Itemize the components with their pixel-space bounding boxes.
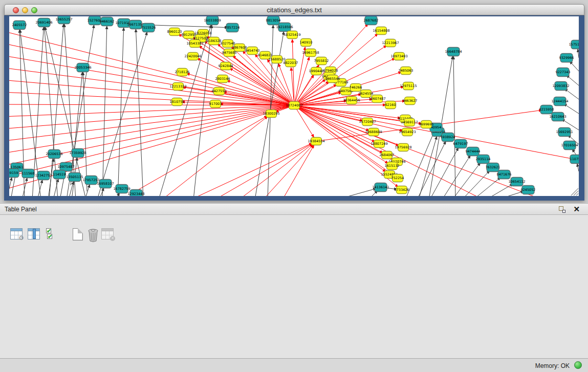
graph-edge[interactable] xyxy=(158,117,268,196)
table-panel-header: Table Panel ✕ xyxy=(0,203,588,215)
graph-node-label: 12213323 xyxy=(169,84,186,89)
cytoscape-desktop: { "window": { "title": "citations_edges.… xyxy=(0,0,588,372)
graph-edge[interactable] xyxy=(473,178,500,196)
graph-node-label: 8822037 xyxy=(284,61,298,65)
graph-node-label: 18807249 xyxy=(371,142,387,146)
graph-node-label: 8454743 xyxy=(245,49,260,53)
graph-node-label: 9699695 xyxy=(419,122,434,126)
graph-node-label: 7632621 xyxy=(486,165,500,169)
graph-node-label: 7857224 xyxy=(225,26,240,30)
graph-edge[interactable] xyxy=(83,72,87,191)
graph-edge[interactable] xyxy=(280,145,314,196)
graph-node-label: 12975115 xyxy=(400,84,417,88)
graph-node-label: 19756928 xyxy=(395,145,411,149)
graph-node-label: 111568 xyxy=(22,171,35,176)
graph-node-label: 16961758 xyxy=(302,51,319,55)
graph-edge[interactable] xyxy=(564,89,579,99)
graph-node-label: 16782759 xyxy=(113,187,130,191)
graph-node-label: 9466162 xyxy=(100,19,115,24)
graph-edge[interactable] xyxy=(578,49,579,58)
graph-node-label: 2405572 xyxy=(12,23,27,27)
graph-edge[interactable] xyxy=(294,105,386,172)
graph-node-label: 17359928 xyxy=(69,151,86,155)
graph-node-label: 15692951 xyxy=(556,130,573,134)
memory-status-label: Memory: OK xyxy=(535,362,570,369)
checkbox-icon: ✔ xyxy=(47,234,52,239)
graph-node-label: 7515526 xyxy=(141,26,156,30)
graph-node-label: 1733426 xyxy=(395,188,409,192)
graph-edge[interactable] xyxy=(183,143,312,196)
graph-node-label: 19654923 xyxy=(399,130,416,134)
graph-node-label: 13505135 xyxy=(66,175,83,179)
graph-edge[interactable] xyxy=(9,55,294,105)
delete-columns-button[interactable] xyxy=(87,228,101,243)
graph-node-label: 746266 xyxy=(350,85,362,90)
graph-edge[interactable] xyxy=(453,56,455,196)
graph-node-label: 62160 xyxy=(385,103,396,107)
show-columns-button[interactable] xyxy=(28,228,42,243)
resize-grip-icon[interactable] xyxy=(571,188,578,195)
graph-edge[interactable] xyxy=(294,81,329,105)
graph-edge[interactable] xyxy=(136,29,143,196)
graph-edge[interactable] xyxy=(577,164,579,171)
new-document-icon xyxy=(73,228,83,240)
graph-node-label: 16033809 xyxy=(204,18,221,23)
graph-node-label: 12093832 xyxy=(552,84,569,88)
network-canvas[interactable]: 2405572206914061065525715276029466162107… xyxy=(9,16,579,196)
graph-edge[interactable] xyxy=(405,132,434,196)
graph-node-label: 16958107 xyxy=(97,182,114,186)
graph-node-label: 9146821 xyxy=(258,53,273,57)
graph-node-label: 9227343 xyxy=(556,70,571,74)
delete-table-button: ✕ xyxy=(101,228,116,243)
graph-node-label: 19384554 xyxy=(308,139,324,143)
graph-edge[interactable] xyxy=(430,148,459,196)
graph-edge[interactable] xyxy=(9,178,12,196)
graph-node-label: 7955812 xyxy=(314,59,329,63)
graph-node-label: 5938924 xyxy=(441,135,455,139)
graph-edge[interactable] xyxy=(9,105,294,190)
graph-edge[interactable] xyxy=(193,25,212,196)
graph-edge[interactable] xyxy=(9,68,294,105)
graph-node-label: 20206536 xyxy=(46,152,62,156)
graph-edge[interactable] xyxy=(99,188,104,196)
graph-node-label: 1990448 xyxy=(309,69,324,73)
graph-edge[interactable] xyxy=(294,105,369,130)
graph-edge[interactable] xyxy=(337,188,376,196)
float-panel-icon[interactable] xyxy=(559,206,565,213)
graph-edge[interactable] xyxy=(9,92,294,105)
network-window-titlebar[interactable]: citations_edges.txt xyxy=(4,4,584,15)
close-panel-icon[interactable]: ✕ xyxy=(573,205,580,214)
graph-edge[interactable] xyxy=(9,105,294,117)
create-column-button[interactable] xyxy=(73,228,87,243)
graph-edge[interactable] xyxy=(137,116,267,190)
graph-node-label: 10655257 xyxy=(55,17,72,21)
graph-nodes[interactable]: 2405572206914061065525715276029466162107… xyxy=(9,16,579,196)
graph-edge[interactable] xyxy=(85,185,90,196)
graph-node-label: 9242844 xyxy=(219,64,233,68)
graph-edge[interactable] xyxy=(497,191,524,196)
graph-edge[interactable] xyxy=(102,26,107,196)
network-graph[interactable]: 2405572206914061065525715276029466162107… xyxy=(9,16,579,196)
show-columns-icon xyxy=(28,228,40,239)
graph-node-label: 10654112 xyxy=(508,180,525,184)
graph-node-label: 10325419 xyxy=(284,33,300,37)
graph-edge[interactable] xyxy=(37,180,42,196)
graph-node-label: 140910 xyxy=(300,40,313,45)
graph-node-label: 10688609 xyxy=(365,130,382,134)
graph-node-label: 9474444 xyxy=(466,149,481,154)
graph-node-label: 8427552 xyxy=(212,89,227,93)
select-columns-button[interactable]: ✔✔ xyxy=(46,228,60,243)
table-panel-body: ⚙ ✔✔ ✕ f(x) citations_edges.txt ▲▼ namei… xyxy=(0,215,588,358)
graph-node-label: 2803144 xyxy=(215,77,230,81)
graph-node-label: 2935114 xyxy=(476,157,491,161)
graph-edge[interactable] xyxy=(564,104,579,114)
graph-node-label: 8960123 xyxy=(167,30,182,34)
table-mode-button[interactable]: ⚙ xyxy=(10,228,25,243)
graph-node-label: 16210643 xyxy=(549,115,566,119)
graph-edge[interactable] xyxy=(209,143,312,196)
graph-node-label: 3624554 xyxy=(359,92,374,96)
graph-edge[interactable] xyxy=(442,156,470,196)
graph-edge[interactable] xyxy=(570,61,579,71)
graph-edge[interactable] xyxy=(419,137,437,196)
graph-node-label: 917003 xyxy=(209,102,222,106)
